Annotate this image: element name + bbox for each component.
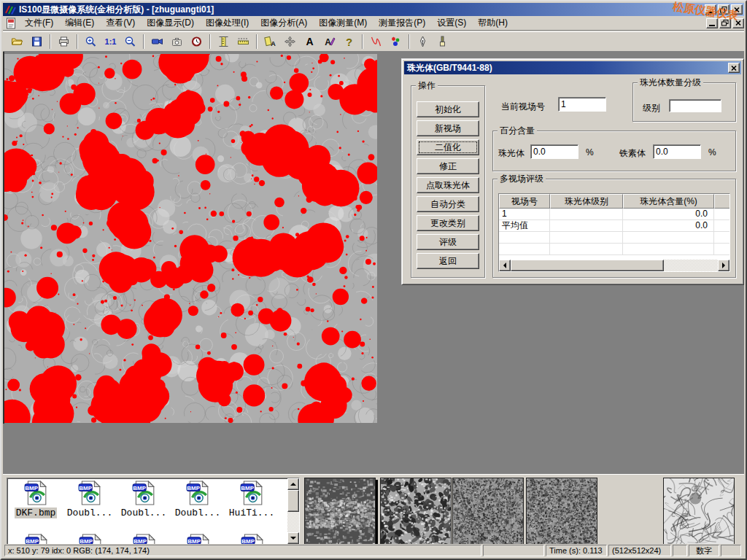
status-time: Time (s): 0.113 <box>546 545 607 556</box>
new-field-button[interactable]: 新视场 <box>417 120 479 136</box>
child-close-button[interactable] <box>732 18 744 28</box>
brush-button[interactable] <box>433 33 452 50</box>
bmp-file-icon[interactable] <box>132 534 157 545</box>
zoom-in-button[interactable] <box>81 33 101 50</box>
table-row[interactable]: 平均值 0.0 <box>499 220 729 232</box>
print-button[interactable] <box>54 33 74 50</box>
initialize-button[interactable]: 初始化 <box>417 101 479 117</box>
camera-icon <box>171 36 183 47</box>
thumbnail-4[interactable] <box>526 478 597 546</box>
curve-tool-button[interactable] <box>366 33 386 50</box>
table-cell <box>623 244 714 255</box>
help-button[interactable]: ? <box>339 33 359 50</box>
close-button[interactable] <box>731 4 743 15</box>
bmp-file-icon[interactable] <box>24 534 49 545</box>
level-input[interactable] <box>669 99 721 112</box>
return-button[interactable]: 返回 <box>417 253 479 269</box>
table-row[interactable] <box>499 232 729 244</box>
camera-capture-button[interactable] <box>167 33 187 50</box>
pearlite-percent-input[interactable] <box>530 144 578 159</box>
thumbnail-2[interactable] <box>380 478 452 546</box>
move-button[interactable] <box>280 33 300 50</box>
scroll-left-button[interactable] <box>499 260 511 271</box>
scrollbar-thumb[interactable] <box>287 490 299 512</box>
pen-button[interactable] <box>413 33 433 50</box>
menu-image-display[interactable]: 图像显示(D) <box>141 15 200 31</box>
file-browser-scrollbar[interactable] <box>287 478 299 544</box>
dialog-close-button[interactable] <box>728 63 740 73</box>
bmp-file-icon[interactable] <box>186 534 211 545</box>
restore-button[interactable] <box>718 4 729 15</box>
text-button[interactable]: A <box>300 33 320 50</box>
svg-text:A: A <box>271 40 276 47</box>
save-button[interactable] <box>27 33 47 50</box>
main-image[interactable] <box>4 54 377 423</box>
table-cell <box>550 244 623 255</box>
file-name: DKF.bmp <box>15 508 58 518</box>
measure-text-button[interactable]: A <box>260 33 280 50</box>
bmp-file-icon[interactable] <box>78 534 103 545</box>
close-icon <box>731 66 737 71</box>
file-item[interactable]: Doubl... <box>171 481 225 518</box>
child-window-controls <box>706 18 744 28</box>
file-row: DKF.bmp Doubl... Doubl... Doubl... HuiTi… <box>9 481 279 518</box>
menu-edit[interactable]: 编辑(E) <box>59 15 100 31</box>
child-restore-button[interactable] <box>719 18 731 28</box>
auto-classify-button[interactable]: 自动分类 <box>417 196 479 212</box>
toolbar-separator <box>362 34 363 49</box>
close-icon <box>735 20 741 26</box>
zoom-out-button[interactable] <box>120 33 140 50</box>
text-edit-button[interactable]: A <box>320 33 339 50</box>
thumbnail-5[interactable] <box>663 478 735 546</box>
menu-settings[interactable]: 设置(S) <box>431 15 472 31</box>
menu-file[interactable]: 文件(F) <box>19 15 59 31</box>
menu-image-processing[interactable]: 图像处理(I) <box>200 15 255 31</box>
arrow-right-icon <box>722 262 728 268</box>
child-minimize-button[interactable] <box>706 18 718 28</box>
file-item[interactable]: Doubl... <box>63 481 117 518</box>
color-points-button[interactable] <box>386 33 406 50</box>
timer-button[interactable] <box>187 33 206 50</box>
thumbnail-1[interactable] <box>304 478 376 546</box>
menu-help[interactable]: 帮助(H) <box>472 15 514 31</box>
menu-image-measure[interactable]: 图像测量(M) <box>313 15 373 31</box>
table-cell <box>714 244 730 255</box>
title-bar: IS100显微摄像系统(金相分析版) - [zhuguangti01] <box>3 3 744 16</box>
correct-button[interactable]: 修正 <box>417 158 479 174</box>
table-row[interactable]: 1 0.0 <box>499 209 729 220</box>
status-position: x: 510 y: 79 idx: 0 RGB: (174, 174, 174) <box>4 545 481 556</box>
open-button[interactable] <box>7 33 27 50</box>
file-item[interactable]: DKF.bmp <box>9 481 63 518</box>
svg-text:A: A <box>325 37 331 47</box>
table-header-row: 视场号 珠光体级别 珠光体含量(%) 铁素体含量(%) <box>499 194 729 209</box>
table-horizontal-scrollbar[interactable] <box>499 260 729 271</box>
pick-pearlite-button[interactable]: 点取珠光体 <box>417 177 479 193</box>
close-icon <box>734 7 740 12</box>
menu-image-analysis[interactable]: 图像分析(A) <box>255 15 313 31</box>
scroll-down-button[interactable] <box>287 532 299 544</box>
current-field-input[interactable] <box>558 97 606 112</box>
minimize-button[interactable] <box>705 4 716 15</box>
actual-size-button[interactable]: 1:1 <box>101 33 120 50</box>
table-cell: 0.0 <box>623 209 714 220</box>
file-item[interactable]: Doubl... <box>117 481 171 518</box>
bmp-file-icon[interactable] <box>240 534 265 545</box>
file-browser: DKF.bmp Doubl... Doubl... Doubl... HuiTi… <box>7 478 300 545</box>
scroll-up-button[interactable] <box>287 478 299 490</box>
thumbnail-3[interactable] <box>452 478 524 546</box>
rate-button[interactable]: 评级 <box>417 234 479 250</box>
scrollbar-thumb[interactable] <box>511 260 664 271</box>
table-cell: 1 <box>499 209 550 220</box>
scroll-right-button[interactable] <box>718 260 729 271</box>
binarize-button[interactable]: 二值化 <box>417 139 479 155</box>
table-row[interactable] <box>499 244 729 255</box>
video-capture-button[interactable] <box>147 33 167 50</box>
caliper-button[interactable] <box>214 33 233 50</box>
change-class-button[interactable]: 更改类别 <box>417 215 479 231</box>
ruler-button[interactable] <box>233 33 253 50</box>
ferrite-percent-input[interactable] <box>653 144 701 159</box>
window-controls <box>705 4 743 15</box>
menu-view[interactable]: 查看(V) <box>100 15 141 31</box>
menu-measure-report[interactable]: 测量报告(P) <box>373 15 431 31</box>
file-item[interactable]: HuiTi... <box>225 481 279 518</box>
